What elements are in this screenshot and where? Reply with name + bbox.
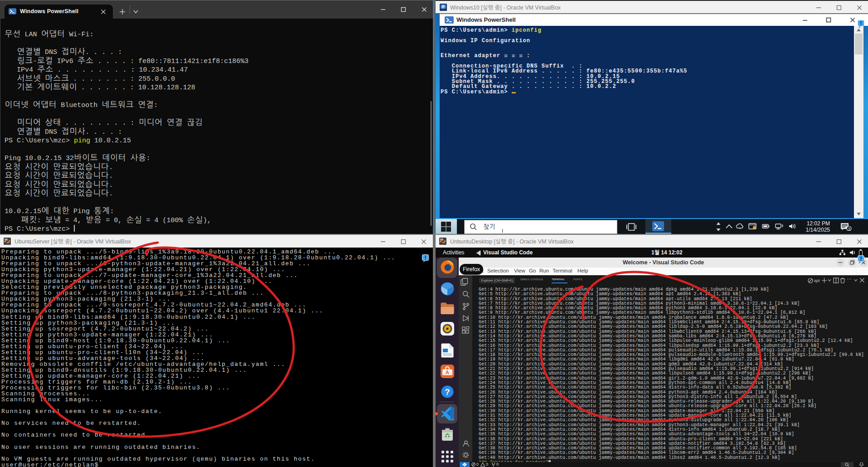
svg-text:3: 3 bbox=[848, 227, 850, 231]
